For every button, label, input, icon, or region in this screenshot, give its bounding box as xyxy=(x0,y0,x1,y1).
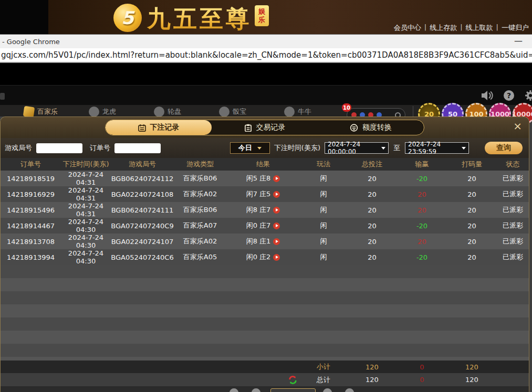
cell-round-id: BGA02240724108 xyxy=(111,190,174,198)
cell-turnover: 20 xyxy=(447,253,497,261)
play-icon[interactable] xyxy=(273,254,280,261)
category-item-dragon-tiger[interactable]: 龙虎 xyxy=(89,107,127,117)
play-icon[interactable] xyxy=(273,207,280,214)
cell-total-bet: 20 xyxy=(347,190,397,198)
cell-order-id: 14218913708 xyxy=(1,238,61,246)
site-banner: 5 九五至尊 娱 乐 会员中心 | 线上存款 | 线上取款 | 一键归户 xyxy=(0,0,532,34)
pagination-bar xyxy=(1,386,529,392)
speaker-icon[interactable] xyxy=(481,90,493,101)
cell-turnover: 20 xyxy=(447,190,497,198)
play-icon[interactable] xyxy=(273,223,280,229)
tab-label: 交易记录 xyxy=(256,123,286,132)
nav-deposit[interactable]: 线上存款 xyxy=(430,23,457,33)
cell-win-loss: -20 xyxy=(397,175,447,183)
pagination-first-button[interactable] xyxy=(230,388,238,392)
table-row[interactable]: 14218918519 2024-7-24 04:31 BGB062407241… xyxy=(1,171,529,186)
cell-game-type: 百家乐A05 xyxy=(174,252,226,262)
game-round-input[interactable] xyxy=(36,143,82,153)
subtotal-label: 小计 xyxy=(300,362,347,372)
cell-result: 闲8 庄7 xyxy=(226,205,300,215)
table-row[interactable]: 14218913994 2024-7-24 04:30 BGA052407240… xyxy=(1,249,529,265)
pagination-page-box[interactable] xyxy=(270,388,316,392)
cell-bet-time: 2024-7-24 04:31 xyxy=(61,202,111,218)
result-text: 闲8 庄1 xyxy=(246,237,271,246)
total-bet: 120 xyxy=(347,376,397,384)
category-label: 牛牛 xyxy=(298,107,311,116)
header-total-bet: 总投注 xyxy=(347,160,397,169)
result-text: 闲7 庄5 xyxy=(246,189,271,199)
nav-one-key-transfer[interactable]: 一键归户 xyxy=(502,23,529,33)
cell-play: 闲 xyxy=(300,252,347,262)
logo-emblem-icon: 5 xyxy=(113,4,142,32)
modal-header: 下注记录 交易记录 额度转换 × xyxy=(1,117,529,138)
cell-round-id: BGB06240724111 xyxy=(111,206,174,214)
cell-result: 闲8 庄1 xyxy=(226,237,300,246)
nav-withdraw[interactable]: 线上取款 xyxy=(466,23,493,33)
page-black-strip xyxy=(0,63,532,85)
order-input[interactable] xyxy=(114,143,161,153)
cell-status: 已派彩 xyxy=(497,237,529,246)
niuniu-icon xyxy=(284,107,295,117)
cell-game-type: 百家乐B06 xyxy=(174,174,226,183)
pagination-prev-button[interactable] xyxy=(252,388,260,392)
category-item-sicbo[interactable]: 骰宝 xyxy=(219,107,257,117)
cell-win-loss: -20 xyxy=(397,253,447,261)
cell-order-id: 14218916929 xyxy=(1,190,61,198)
nav-separator: | xyxy=(460,23,462,33)
play-icon[interactable] xyxy=(273,191,280,198)
start-time-select[interactable]: 2024-7-24 00:00:00 xyxy=(325,142,389,154)
result-text: 闲5 庄8 xyxy=(246,174,271,183)
nav-separator: | xyxy=(424,23,426,33)
play-icon[interactable] xyxy=(273,238,280,245)
cell-total-bet: 20 xyxy=(347,206,397,214)
cell-bet-time: 2024-7-24 04:30 xyxy=(61,234,111,249)
header-game-type: 游戏类型 xyxy=(174,160,226,169)
end-time-select[interactable]: 2024-7-24 23:59:59 xyxy=(405,142,469,154)
tab-label: 下注记录 xyxy=(150,123,180,132)
game-header: ? xyxy=(0,85,532,105)
cell-round-id: BGA072407240C9 xyxy=(111,222,174,230)
table-row[interactable]: 14218914467 2024-7-24 04:30 BGA072407240… xyxy=(1,218,529,234)
table-row[interactable]: 14218915496 2024-7-24 04:31 BGB062407241… xyxy=(1,202,529,218)
nav-separator: | xyxy=(496,23,498,33)
logo-badge-char1: 娱 xyxy=(255,7,269,16)
cell-order-id: 14218913994 xyxy=(1,253,61,261)
pagination-next-button[interactable] xyxy=(323,388,332,392)
to-label: 至 xyxy=(393,143,400,153)
category-item-roulette[interactable]: 轮盘 xyxy=(154,107,192,117)
logo-badge-char2: 乐 xyxy=(255,16,269,24)
date-range-value: 今日 xyxy=(238,143,252,153)
url-text[interactable]: gqjcxs.com/h5V01/pc/index.html?return=ab… xyxy=(1,50,532,60)
clipboard-icon xyxy=(244,124,252,132)
header-order-id: 订单号 xyxy=(1,160,61,169)
close-icon[interactable]: × xyxy=(513,121,522,131)
cell-game-type: 百家乐B06 xyxy=(174,205,226,215)
calendar-icon xyxy=(138,124,146,132)
total-turnover: 120 xyxy=(447,376,497,384)
url-bar[interactable]: gqjcxs.com/h5V01/pc/index.html?return=ab… xyxy=(0,48,532,63)
help-icon[interactable]: ? xyxy=(504,90,514,101)
play-icon[interactable] xyxy=(273,175,280,182)
cell-status: 已派彩 xyxy=(497,252,529,262)
notification-badge: 10 xyxy=(342,103,351,112)
pagination-last-button[interactable] xyxy=(345,388,354,392)
nav-member-center[interactable]: 会员中心 xyxy=(394,23,421,33)
minimize-button[interactable]: — xyxy=(514,36,523,46)
cell-result: 闲0 庄7 xyxy=(226,221,300,230)
tab-credit-transfer[interactable]: 额度转换 xyxy=(318,120,424,135)
search-button[interactable]: 查询 xyxy=(485,142,523,154)
category-item-baccarat[interactable]: 百家乐 xyxy=(24,107,61,117)
cell-status: 已派彩 xyxy=(497,174,529,183)
chevron-down-icon xyxy=(257,147,262,150)
table-row[interactable]: 14218916929 2024-7-24 04:31 BGA022407241… xyxy=(1,186,529,202)
refresh-icon[interactable] xyxy=(288,375,298,385)
gear-icon[interactable] xyxy=(525,90,532,101)
date-range-select[interactable]: 今日 xyxy=(230,142,270,154)
table-row[interactable]: 14218913708 2024-7-24 04:30 BGA022407241… xyxy=(1,234,529,249)
tab-transaction-records[interactable]: 交易记录 xyxy=(212,120,318,135)
header-play: 玩法 xyxy=(300,160,347,169)
category-item-niuniu[interactable]: 牛牛 xyxy=(284,107,322,117)
tab-bet-records[interactable]: 下注记录 xyxy=(106,120,212,135)
cell-bet-time: 2024-7-24 04:30 xyxy=(61,249,111,265)
cell-turnover: 20 xyxy=(447,238,497,246)
